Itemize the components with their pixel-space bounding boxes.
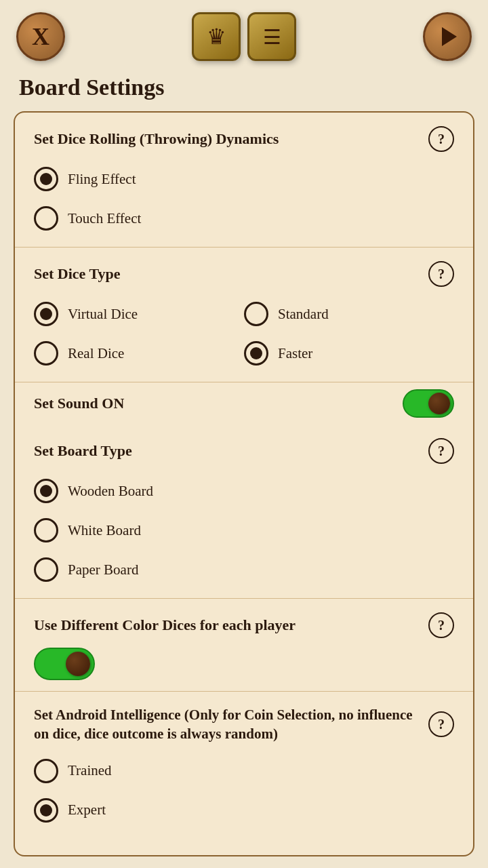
board-type-options: Wooden Board White Board Paper Board [34, 473, 454, 587]
play-icon [442, 27, 457, 46]
standard-dice-radio[interactable] [244, 302, 268, 326]
paper-board-label: Paper Board [68, 561, 138, 578]
expert-option[interactable]: Expert [34, 793, 454, 828]
color-dices-toggle-knob [66, 652, 90, 676]
real-dice-option[interactable]: Real Dice [34, 336, 244, 371]
sound-toggle-knob [428, 393, 450, 414]
fling-effect-option[interactable]: Fling Effect [34, 161, 454, 197]
dice-type-title: Set Dice Type [34, 265, 121, 283]
android-intelligence-options: Trained Expert [34, 753, 454, 828]
board-type-help-button[interactable]: ? [428, 438, 454, 464]
dice-type-options: Virtual Dice Standard Real Dice Faster [34, 296, 454, 371]
crown-button[interactable]: ♛ [192, 12, 241, 61]
white-board-option[interactable]: White Board [34, 513, 454, 548]
dice-rolling-title: Set Dice Rolling (Throwing) Dynamics [34, 130, 279, 148]
android-intelligence-section: Set Android Intelligence (Only for Coin … [15, 692, 473, 839]
white-board-label: White Board [68, 522, 141, 539]
dice-rolling-options: Fling Effect Touch Effect [34, 161, 454, 236]
faster-dice-radio[interactable] [244, 341, 268, 366]
play-button[interactable] [423, 12, 472, 61]
board-type-section: Set Board Type ? Wooden Board White Boar… [15, 425, 473, 599]
close-icon: X [32, 22, 49, 51]
fling-effect-label: Fling Effect [68, 171, 136, 188]
touch-effect-option[interactable]: Touch Effect [34, 201, 454, 236]
wooden-board-radio[interactable] [34, 479, 58, 503]
faster-dice-option[interactable]: Faster [244, 336, 454, 371]
trained-radio[interactable] [34, 759, 58, 783]
color-dices-help-button[interactable]: ? [428, 612, 454, 638]
list-button[interactable]: ☰ [247, 12, 296, 61]
android-intelligence-help-button[interactable]: ? [428, 711, 454, 737]
sound-toggle[interactable] [403, 389, 454, 418]
close-button[interactable]: X [16, 12, 65, 61]
virtual-dice-label: Virtual Dice [68, 306, 138, 323]
fling-effect-radio[interactable] [34, 167, 58, 191]
faster-dice-label: Faster [278, 345, 312, 362]
dice-rolling-header: Set Dice Rolling (Throwing) Dynamics ? [34, 126, 454, 152]
dice-type-help-button[interactable]: ? [428, 261, 454, 287]
dice-rolling-help-button[interactable]: ? [428, 126, 454, 152]
wooden-board-option[interactable]: Wooden Board [34, 473, 454, 509]
android-intelligence-header: Set Android Intelligence (Only for Coin … [34, 705, 454, 744]
sound-section: Set Sound ON [15, 382, 473, 425]
touch-effect-label: Touch Effect [68, 210, 141, 227]
virtual-dice-radio[interactable] [34, 302, 58, 326]
expert-radio[interactable] [34, 798, 58, 823]
android-intelligence-title: Set Android Intelligence (Only for Coin … [34, 705, 428, 744]
header: X ♛ ☰ [0, 0, 488, 68]
wooden-board-label: Wooden Board [68, 483, 153, 500]
dice-type-section: Set Dice Type ? Virtual Dice Standard Re… [15, 248, 473, 382]
standard-dice-option[interactable]: Standard [244, 296, 454, 332]
dice-type-header: Set Dice Type ? [34, 261, 454, 287]
real-dice-radio[interactable] [34, 341, 58, 366]
page-title: Board Settings [0, 68, 488, 111]
crown-icon: ♛ [207, 24, 226, 50]
board-type-header: Set Board Type ? [34, 438, 454, 464]
color-dices-title: Use Different Color Dices for each playe… [34, 616, 296, 634]
list-icon: ☰ [263, 25, 281, 49]
expert-label: Expert [68, 802, 106, 818]
paper-board-option[interactable]: Paper Board [34, 552, 454, 587]
color-dices-header: Use Different Color Dices for each playe… [34, 612, 454, 638]
sound-title: Set Sound ON [34, 395, 124, 412]
dice-rolling-section: Set Dice Rolling (Throwing) Dynamics ? F… [15, 113, 473, 248]
settings-panel: Set Dice Rolling (Throwing) Dynamics ? F… [14, 111, 474, 856]
real-dice-label: Real Dice [68, 345, 124, 362]
standard-dice-label: Standard [278, 306, 329, 323]
trained-label: Trained [68, 762, 112, 779]
trained-option[interactable]: Trained [34, 753, 454, 789]
color-dices-section: Use Different Color Dices for each playe… [15, 599, 473, 692]
touch-effect-radio[interactable] [34, 206, 58, 231]
color-dices-toggle[interactable] [34, 648, 95, 680]
white-board-radio[interactable] [34, 518, 58, 542]
paper-board-radio[interactable] [34, 557, 58, 582]
header-center-buttons: ♛ ☰ [192, 12, 296, 61]
virtual-dice-option[interactable]: Virtual Dice [34, 296, 244, 332]
board-type-title: Set Board Type [34, 442, 132, 460]
